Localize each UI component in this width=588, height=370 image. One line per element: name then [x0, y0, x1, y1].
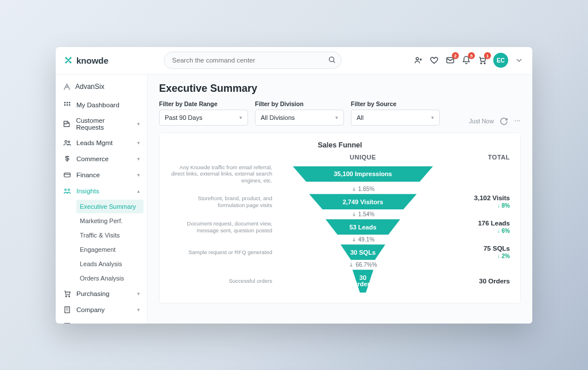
sidebar-item-purchasing[interactable]: Purchasing▾	[56, 286, 147, 302]
filter-division-value: All Divisions	[261, 114, 295, 121]
brand-logo[interactable]: knowde	[64, 56, 109, 65]
sidebar-item-label: Finance	[76, 172, 100, 178]
conversion-rate: 66.7%%	[279, 260, 447, 270]
stage-delta: ↓ 2%	[447, 253, 510, 259]
search-input[interactable]	[164, 52, 342, 69]
brand-name: knowde	[76, 56, 109, 65]
funnel-stage: Storefront, brand, product, and formulat…	[170, 194, 510, 209]
chevron-icon: ▴	[137, 188, 140, 194]
org-name: AdvanSix	[75, 83, 105, 91]
main-content: Executive Summary Filter by Date Range P…	[148, 75, 532, 324]
svg-point-15	[64, 140, 67, 142]
sidebar-item-label: Customer Requests	[76, 117, 132, 131]
chevron-down-icon: ▾	[335, 115, 338, 120]
sidebar-item-label: Insights	[76, 188, 99, 194]
card-icon	[63, 171, 71, 179]
funnel-segment: 30Orders	[288, 270, 438, 293]
sidebar-item-label: My Dashboard	[76, 102, 119, 108]
cart-badge: 1	[484, 52, 491, 59]
search-container	[164, 52, 342, 69]
conversion-rate: 1.54%	[279, 209, 447, 219]
filter-source-select[interactable]: All ▾	[351, 110, 440, 126]
sidebar-sub-executive-summary[interactable]: Executive Summary	[76, 200, 144, 213]
users-icon	[63, 139, 71, 147]
svg-point-18	[64, 189, 66, 190]
mail-icon[interactable]: 2	[445, 55, 455, 65]
col-total: TOTAL	[447, 154, 510, 161]
chevron-icon: ▾	[137, 323, 140, 324]
stage-total: 176 Leads↓ 6%	[447, 220, 510, 234]
funnel-stage: Any Knowde traffic from email referral, …	[170, 164, 510, 185]
sidebar-item-label: Storefront	[76, 322, 106, 324]
conversion-rate: 49.1%	[279, 235, 447, 244]
inbox-icon	[63, 120, 71, 128]
svg-point-5	[416, 57, 419, 60]
sidebar-item-customer-requests[interactable]: Customer Requests▾	[56, 113, 147, 135]
filter-division-select[interactable]: All Divisions ▾	[255, 110, 344, 126]
sidebar-sub-orders-analysis[interactable]: Orders Analysis	[76, 271, 144, 285]
sidebar-item-commerce[interactable]: Commerce▾	[56, 151, 147, 167]
filter-date-label: Filter by Date Range	[159, 100, 248, 107]
org-switcher[interactable]: AdvanSix	[56, 77, 147, 97]
sidebar-item-label: Commerce	[76, 155, 109, 162]
chevron-icon: ▾	[137, 140, 140, 146]
stage-total: 30 Orders	[447, 278, 510, 285]
svg-point-4	[329, 57, 334, 61]
funnel-stage: Successful orders30Orders30 Orders	[170, 270, 510, 293]
sidebar-item-my-dashboard[interactable]: My Dashboard	[56, 97, 147, 113]
add-user-icon[interactable]	[413, 55, 423, 65]
search-icon[interactable]	[328, 56, 336, 66]
avatar-chevron-icon[interactable]	[514, 55, 524, 65]
sidebar-sub-traffic-visits[interactable]: Traffic & Visits	[76, 228, 144, 242]
chevron-icon: ▾	[137, 307, 140, 313]
bell-badge: 5	[468, 52, 475, 59]
filter-date-value: Past 90 Days	[165, 114, 202, 121]
org-icon	[63, 83, 71, 91]
page-title: Executive Summary	[159, 83, 521, 95]
app-header: knowde 2 5 1	[56, 47, 532, 75]
sidebar-item-label: Leads Mgmt	[76, 139, 113, 146]
funnel-segment: 35,100 Impressions	[288, 166, 438, 182]
stage-total: 3,102 Visits↓ 8%	[447, 194, 510, 209]
refresh-icon[interactable]	[500, 117, 508, 126]
filter-source-label: Filter by Source	[351, 100, 440, 107]
card-title: Sales Funnel	[170, 141, 510, 149]
svg-rect-11	[68, 102, 69, 103]
logo-mark-icon	[64, 56, 73, 65]
filter-date-select[interactable]: Past 90 Days ▾	[159, 110, 248, 126]
chevron-icon: ▾	[137, 121, 140, 127]
sidebar-sub-leads-analysis[interactable]: Leads Analysis	[76, 257, 144, 271]
chevron-down-icon: ▾	[239, 115, 242, 120]
svg-rect-10	[66, 102, 67, 103]
sidebar-sub-engagement[interactable]: Engagement	[76, 243, 144, 256]
more-menu-icon[interactable]: ⋮	[514, 118, 521, 124]
sidebar-sub-marketing-perf-[interactable]: Marketing Perf.	[76, 214, 144, 228]
sidebar-item-company[interactable]: Company▾	[56, 302, 147, 318]
avatar[interactable]: EC	[493, 53, 508, 68]
funnel-segment: 53 Leads	[288, 219, 438, 235]
sidebar-item-finance[interactable]: Finance▾	[56, 167, 147, 183]
svg-rect-17	[64, 173, 70, 177]
cart-icon[interactable]: 1	[477, 55, 488, 65]
funnel-segment: 30 SQLs	[288, 244, 438, 260]
insights-icon	[63, 187, 71, 195]
sidebar-item-leads-mgmt[interactable]: Leads Mgmt▾	[56, 135, 147, 151]
sidebar-item-storefront[interactable]: Storefront▾	[56, 318, 147, 324]
bell-icon[interactable]: 5	[461, 55, 471, 65]
chevron-icon: ▾	[137, 156, 140, 162]
filters-bar: Filter by Date Range Past 90 Days ▾ Filt…	[159, 100, 521, 126]
col-unique: UNIQUE	[279, 154, 447, 161]
heart-icon[interactable]	[429, 55, 439, 65]
last-updated: Just Now	[469, 118, 494, 124]
sidebar-item-insights[interactable]: Insights▴	[56, 183, 147, 199]
svg-rect-14	[68, 104, 69, 105]
svg-point-21	[68, 295, 69, 297]
stage-delta: ↓ 6%	[447, 228, 510, 234]
funnel-stage: Sample request or RFQ generated30 SQLs75…	[170, 244, 510, 260]
store-icon	[63, 322, 71, 324]
funnel-card: Sales Funnel UNIQUE TOTAL Any Knowde tra…	[159, 133, 521, 304]
svg-rect-22	[64, 306, 69, 313]
svg-point-20	[65, 295, 67, 297]
cart-icon	[63, 290, 71, 298]
svg-rect-9	[64, 102, 65, 103]
